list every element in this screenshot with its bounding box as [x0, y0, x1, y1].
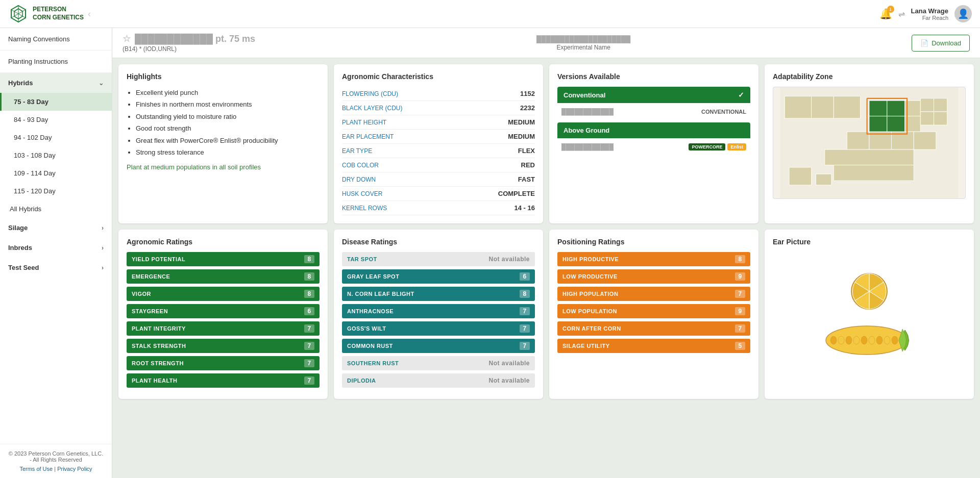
agro-char-row: COB COLORRED — [342, 158, 535, 172]
inbreds-chevron: › — [102, 244, 104, 251]
planting-note: Plant at medium populations in all soil … — [127, 163, 320, 171]
top-bar-right: 🔔 1 ⇌ Lana Wrage Far Reach 👤 — [879, 5, 972, 22]
sidebar-test-seed-header[interactable]: Test Seed › — [0, 258, 112, 278]
disease-rating-bar-row: ANTHRACNOSE7 — [342, 304, 535, 318]
rating-bar-row: YIELD POTENTIAL8 — [127, 252, 320, 266]
notification-badge: 1 — [887, 6, 894, 13]
powercore-badge: POWERCORE Enlist — [689, 143, 746, 150]
sidebar-day-115-120[interactable]: 115 - 120 Day — [0, 182, 112, 200]
sidebar-day-94-102[interactable]: 94 - 102 Day — [0, 129, 112, 146]
svg-point-38 — [892, 336, 898, 344]
sidebar-footer: © 2023 Peterson Corn Genetics, LLC. - Al… — [0, 444, 112, 478]
svg-point-30 — [830, 336, 837, 344]
agro-char-row: PLANT HEIGHTMEDIUM — [342, 115, 535, 130]
notification-bell[interactable]: 🔔 1 — [879, 8, 892, 20]
positioning-rating-bar-row: HIGH POPULATION7 — [557, 287, 750, 301]
disease-ratings-card: Disease Ratings TAR SPOTNot availableGRA… — [334, 230, 543, 399]
agro-char-row: DRY DOWNFAST — [342, 172, 535, 187]
sidebar-silage-header[interactable]: Silage › — [0, 218, 112, 238]
disease-rating-bar-row: GOSS'S WILT7 — [342, 321, 535, 336]
positioning-rating-bar-row: LOW POPULATION9 — [557, 304, 750, 318]
positioning-rating-bar-row: CORN AFTER CORN7 — [557, 321, 750, 336]
svg-rect-26 — [816, 174, 831, 185]
user-avatar[interactable]: 👤 — [954, 5, 972, 22]
enlist-logo: Enlist — [727, 143, 746, 150]
svg-rect-16 — [934, 98, 947, 112]
sidebar-item-planting-instructions[interactable]: Planting Instructions — [0, 51, 112, 73]
sidebar-inbreds-header[interactable]: Inbreds › — [0, 238, 112, 258]
adaptability-zone-card: Adaptability Zone — [765, 64, 974, 223]
rating-bar-row: STAYGREEN6 — [127, 304, 320, 318]
svg-rect-11 — [869, 116, 887, 132]
positioning-rating-bar-row: LOW PRODUCTIVE9 — [557, 269, 750, 284]
highlight-item: Excellent yield punch — [136, 87, 320, 98]
disease-rating-bar-row: COMMON RUST7 — [342, 339, 535, 353]
sidebar-day-109-114[interactable]: 109 - 114 Day — [0, 164, 112, 182]
svg-point-31 — [838, 336, 844, 344]
svg-rect-18 — [934, 112, 947, 125]
sidebar-day-103-108[interactable]: 103 - 108 Day — [0, 146, 112, 164]
positioning-rating-bar-row: HIGH PRODUCTIVE8 — [557, 252, 750, 266]
highlights-list: Excellent yield punch Finishes in northe… — [127, 87, 320, 158]
disease-rating-bars: TAR SPOTNot availableGRAY LEAF SPOT6N. C… — [342, 252, 535, 388]
rating-bar-row: VIGOR8 — [127, 287, 320, 301]
collapse-sidebar-icon[interactable]: ‹ — [88, 9, 91, 19]
terms-of-use-link[interactable]: Terms of Use — [19, 466, 53, 472]
agro-char-row: EAR PLACEMENTMEDIUM — [342, 130, 535, 144]
disease-rating-bar-row: DIPLODIANot available — [342, 373, 535, 388]
svg-rect-23 — [825, 149, 914, 165]
highlights-card: Highlights Excellent yield punch Finishe… — [118, 64, 328, 223]
download-button[interactable]: 📄 Download — [912, 35, 970, 52]
agro-char-row: FLOWERING (CDU)1152 — [342, 87, 535, 101]
sidebar-hybrids-header[interactable]: Hybrids ⌄ — [0, 73, 112, 93]
above-ground-header: Above Ground — [557, 122, 750, 138]
agronomic-ratings-title: Agronomic Ratings — [127, 238, 320, 246]
rating-bar-row: PLANT INTEGRITY7 — [127, 321, 320, 336]
sidebar-section-hybrids: Hybrids ⌄ 75 - 83 Day 84 - 93 Day 94 - 1… — [0, 73, 112, 218]
positioning-ratings-title: Positioning Ratings — [557, 238, 750, 246]
sidebar-all-hybrids[interactable]: All Hybrids — [0, 200, 112, 218]
disease-rating-bar-row: N. CORN LEAF BLIGHT8 — [342, 287, 535, 301]
svg-point-33 — [853, 336, 860, 344]
top-bar-left: PETERSON CORN GENETICS ‹ — [8, 4, 91, 24]
conventional-item: ████████████ CONVENTIONAL — [557, 105, 750, 118]
download-icon: 📄 — [920, 39, 928, 47]
rating-bar-row: ROOT STRENGTH7 — [127, 356, 320, 370]
user-org: Far Reach — [922, 15, 948, 21]
svg-rect-19 — [847, 132, 869, 149]
svg-rect-24 — [834, 165, 914, 181]
agronomic-characteristics-title: Agronomic Characteristics — [342, 72, 535, 81]
logo-text: PETERSON CORN GENETICS — [33, 6, 84, 21]
ear-picture-title: Ear Picture — [773, 238, 966, 246]
conventional-section: Conventional ✓ ████████████ CONVENTIONAL — [557, 87, 750, 118]
top-bar: PETERSON CORN GENETICS ‹ 🔔 1 ⇌ Lana Wrag… — [0, 0, 980, 28]
map-container — [773, 87, 966, 199]
privacy-policy-link[interactable]: Privacy Policy — [57, 466, 92, 472]
svg-rect-9 — [869, 100, 887, 116]
positioning-rating-bars: HIGH PRODUCTIVE8LOW PRODUCTIVE9HIGH POPU… — [557, 252, 750, 353]
svg-rect-6 — [785, 96, 811, 118]
sidebar-day-75-83[interactable]: 75 - 83 Day — [0, 93, 112, 111]
highlight-item: Good root strength — [136, 122, 320, 134]
connection-icon: ⇌ — [898, 9, 905, 19]
agronomic-characteristics-card: Agronomic Characteristics FLOWERING (CDU… — [334, 64, 543, 223]
agronomic-ratings-card: Agronomic Ratings YIELD POTENTIAL8EMERGE… — [118, 230, 328, 399]
product-title: ☆ ████████████ pt. 75 ms — [122, 33, 255, 44]
favorite-star-icon[interactable]: ☆ — [122, 33, 131, 44]
adaptability-title: Adaptability Zone — [773, 72, 966, 81]
check-icon: ✓ — [738, 91, 744, 99]
main-content: ☆ ████████████ pt. 75 ms (B14) * (IOD,UN… — [112, 28, 980, 478]
svg-point-35 — [869, 336, 875, 344]
product-subtitle: (B14) * (IOD,UNRL) — [122, 45, 255, 53]
highlight-item: Outstanding yield to moisture ratio — [136, 111, 320, 122]
above-ground-item: ████████████ POWERCORE Enlist — [557, 140, 750, 154]
svg-point-37 — [884, 336, 890, 344]
cards-grid-top: Highlights Excellent yield punch Finishe… — [112, 58, 980, 230]
sidebar-day-84-93[interactable]: 84 - 93 Day — [0, 111, 112, 129]
rating-bar-row: STALK STRENGTH7 — [127, 339, 320, 353]
disease-rating-bar-row: GRAY LEAF SPOT6 — [342, 269, 535, 284]
sidebar-item-naming-conventions[interactable]: Naming Conventions — [0, 28, 112, 51]
rating-bar-row: PLANT HEALTH7 — [127, 373, 320, 388]
sidebar-section-inbreds: Inbreds › — [0, 238, 112, 258]
versions-available-card: Versions Available Conventional ✓ ██████… — [549, 64, 758, 223]
